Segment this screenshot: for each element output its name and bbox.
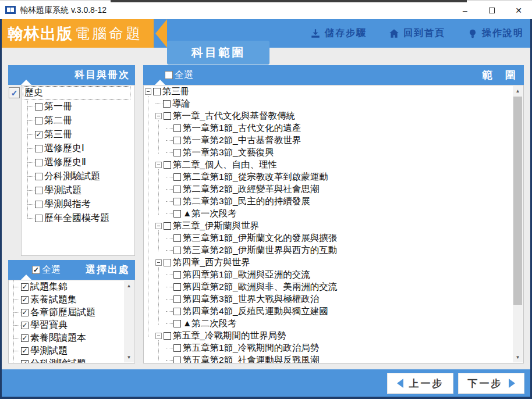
checkbox[interactable] — [35, 145, 42, 152]
source-item[interactable]: ✓學測試題 — [9, 344, 134, 357]
subject-item[interactable]: 第一冊 — [22, 99, 134, 113]
checkbox[interactable] — [173, 124, 181, 132]
checkbox[interactable] — [173, 234, 181, 242]
checkbox[interactable]: ✓ — [21, 309, 29, 316]
minimize-button[interactable]: – — [452, 1, 478, 20]
checkbox[interactable] — [35, 103, 42, 111]
scope-tree-row[interactable]: 第三冊 — [144, 86, 523, 98]
home-button[interactable]: 回到首頁 — [389, 27, 445, 40]
previous-step-button[interactable]: 上一步 — [387, 373, 453, 394]
scope-tree-row[interactable]: 第四章_西方與世界 — [144, 256, 523, 269]
checkbox[interactable] — [173, 137, 181, 144]
collapse-toggle-icon[interactable] — [155, 162, 162, 168]
checkbox[interactable] — [173, 295, 181, 303]
checkbox[interactable] — [173, 271, 181, 279]
checkbox[interactable]: ✓ — [35, 131, 42, 138]
scope-tree-row[interactable]: 第四章第2節_歐洲與非、美兩洲的交流 — [144, 281, 523, 293]
checkbox[interactable]: ✓ — [21, 296, 29, 304]
checkbox[interactable] — [173, 186, 181, 193]
collapse-toggle-icon[interactable] — [145, 88, 151, 95]
scope-tree-row[interactable]: 導論 — [144, 98, 523, 110]
source-item[interactable]: ✓分科測驗試題 — [9, 357, 134, 364]
scope-tree-row[interactable]: 第二章第1節_從宗教改革到啟蒙運動 — [144, 171, 523, 183]
close-button[interactable]: ✕ — [505, 1, 532, 20]
checkbox[interactable] — [173, 357, 181, 364]
scroll-up-icon[interactable]: ▲ — [124, 281, 134, 291]
scrollbar-thumb[interactable] — [513, 97, 522, 305]
scope-tree-row[interactable]: 第四章第3節_世界大戰與極權政治 — [144, 293, 523, 305]
subject-item[interactable]: 選修歷史Ⅰ — [22, 141, 134, 155]
subject-root-checkbox[interactable]: ✓ — [9, 87, 20, 98]
checkbox[interactable] — [164, 112, 171, 120]
checkbox[interactable] — [164, 332, 171, 340]
scope-tree-row[interactable]: 第一章第2節_中古基督教世界 — [144, 134, 523, 147]
scope-tree-row[interactable]: 第二章_個人、自由、理性 — [144, 159, 523, 171]
collapse-toggle-icon[interactable] — [155, 223, 162, 229]
scope-tree-row[interactable]: ▲第二次段考 — [144, 318, 523, 330]
checkbox[interactable] — [35, 117, 42, 124]
scroll-down-icon[interactable]: ▼ — [124, 352, 134, 362]
subject-item[interactable]: 學測與指考 — [22, 197, 134, 211]
checkbox[interactable] — [173, 149, 181, 156]
scope-tree-row[interactable]: 第一章第1節_古代文化的遺產 — [144, 122, 523, 134]
source-item[interactable]: ✓素養閱讀題本 — [9, 332, 134, 344]
scroll-down-icon[interactable]: ▼ — [513, 352, 523, 362]
source-item[interactable]: ✓學習寶典 — [9, 319, 134, 332]
subject-item[interactable]: ✓第三冊 — [22, 127, 134, 141]
source-item[interactable]: ✓素養試題集 — [9, 293, 134, 306]
checkbox[interactable] — [173, 283, 181, 291]
source-scrollbar[interactable]: ▲ ▼ — [124, 281, 134, 362]
source-item[interactable]: ✓各章節歷屆試題 — [9, 306, 134, 319]
scope-tree-row[interactable]: 第五章第1節_冷戰期間的政治局勢 — [144, 342, 523, 354]
scope-tree-row[interactable]: 第四章第4節_反殖民運動與獨立建國 — [144, 305, 523, 318]
next-step-button[interactable]: 下一步 — [458, 373, 524, 394]
source-select-all[interactable]: ✓ 全選 — [32, 260, 61, 280]
checkbox[interactable] — [35, 187, 42, 194]
checkbox[interactable] — [173, 308, 181, 315]
checkbox[interactable] — [35, 215, 42, 222]
scope-select-all[interactable]: 全選 — [165, 65, 193, 85]
checkbox[interactable] — [173, 247, 181, 254]
subject-item[interactable]: 歷年全國模考題 — [22, 211, 134, 225]
checkbox[interactable]: ✓ — [21, 360, 29, 364]
subject-root-item[interactable]: 歷史 — [22, 86, 134, 99]
checkbox[interactable] — [35, 201, 42, 208]
scope-tree-row[interactable]: 第二章第3節_民主的的持續發展 — [144, 195, 523, 208]
scope-tree-row[interactable]: 第五章第2節_社會運動與反戰風潮 — [144, 354, 523, 364]
scope-tree-row[interactable]: 第三章_伊斯蘭與世界 — [144, 220, 523, 232]
checkbox[interactable] — [173, 210, 181, 218]
checkbox[interactable] — [164, 161, 171, 169]
subject-item[interactable]: 學測試題 — [22, 183, 134, 197]
scope-tree-row[interactable]: ▲第一次段考 — [144, 208, 523, 220]
checkbox[interactable]: ✓ — [21, 322, 29, 329]
checkbox[interactable] — [173, 320, 181, 327]
scope-tree-row[interactable]: 第一章第3節_文藝復興 — [144, 147, 523, 159]
checkbox[interactable] — [173, 173, 181, 181]
source-item[interactable]: ✓試題集錦 — [9, 280, 134, 293]
checkbox[interactable] — [35, 173, 42, 180]
collapse-toggle-icon[interactable] — [155, 333, 162, 339]
checkbox[interactable] — [173, 198, 181, 205]
scope-tree-row[interactable]: 第二章第2節_政經變革與社會思潮 — [144, 183, 523, 195]
subject-item[interactable]: 分科測驗試題 — [22, 169, 134, 183]
checkbox[interactable] — [163, 100, 171, 108]
checkbox[interactable] — [164, 222, 171, 230]
subject-item[interactable]: 選修歷史Ⅱ — [22, 155, 134, 169]
help-button[interactable]: 操作說明 — [467, 27, 524, 40]
checkbox[interactable] — [164, 259, 171, 266]
scope-tree-row[interactable]: 第一章_古代文化與基督教傳統 — [144, 110, 523, 122]
save-steps-button[interactable]: 儲存步驟 — [310, 27, 367, 40]
checkbox[interactable] — [35, 159, 42, 166]
checkbox[interactable]: ✓ — [21, 283, 29, 291]
collapse-toggle-icon[interactable] — [155, 259, 162, 266]
maximize-button[interactable] — [478, 1, 505, 20]
source-select-all-checkbox[interactable]: ✓ — [32, 266, 40, 274]
scope-tree-row[interactable]: 第三章第1節_伊斯蘭文化的發展與擴張 — [144, 232, 523, 244]
scope-tree-row[interactable]: 第四章第1節_歐洲與亞洲的交流 — [144, 269, 523, 281]
scope-scrollbar[interactable]: ▲ ▼ — [513, 86, 523, 362]
scope-select-all-checkbox[interactable] — [165, 71, 173, 79]
scroll-up-icon[interactable]: ▲ — [513, 86, 523, 96]
scope-tree-row[interactable]: 第三章第2節_伊斯蘭世界與西方的互動 — [144, 244, 523, 256]
scope-tree-row[interactable]: 第五章_冷戰期間的世界局勢 — [144, 330, 523, 342]
checkbox[interactable] — [173, 344, 181, 352]
